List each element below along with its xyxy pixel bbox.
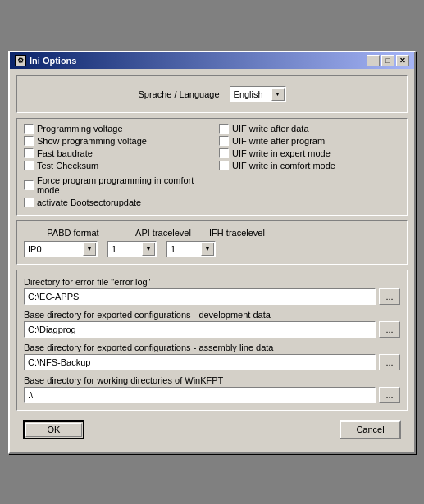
checkbox-show-programming-voltage-input[interactable] <box>24 136 34 146</box>
dir-dev-data-row: ... <box>24 321 400 338</box>
checkboxes-right-col: UIF write after data UIF write after pro… <box>212 119 407 215</box>
checkbox-uif-after-data: UIF write after data <box>219 124 400 134</box>
checkbox-programming-voltage-input[interactable] <box>24 124 34 134</box>
pabd-format-select[interactable]: IP0 IP1 IP2 <box>24 241 98 257</box>
cancel-button[interactable]: Cancel <box>340 420 401 439</box>
language-label: Sprache / Language <box>138 89 219 99</box>
main-window: ⚙ Ini Options — □ ✕ Sprache / Language E… <box>8 51 416 454</box>
window-title: Ini Options <box>30 56 76 66</box>
checkbox-fast-baudrate-input[interactable] <box>24 148 34 158</box>
close-button[interactable]: ✕ <box>396 55 409 66</box>
ifh-tracelevel-select-item: 1 2 3 ▼ <box>166 241 216 257</box>
browse-dev-data-button[interactable]: ... <box>379 321 400 338</box>
checkbox-uif-expert-mode-label: UIF write in expert mode <box>232 148 331 158</box>
dir-error-log-input[interactable] <box>24 288 376 305</box>
checkbox-uif-after-program: UIF write after program <box>219 136 400 146</box>
browse-winkfpt-button[interactable]: ... <box>379 387 400 403</box>
minimize-button[interactable]: — <box>367 55 380 66</box>
ok-button-label: OK <box>25 423 82 437</box>
checkbox-uif-after-data-label: UIF write after data <box>232 124 309 134</box>
checkbox-uif-after-data-input[interactable] <box>219 124 229 134</box>
checkbox-uif-after-program-label: UIF write after program <box>232 136 325 146</box>
language-select-wrapper: English Deutsch Français ▼ <box>230 86 286 102</box>
checkbox-fast-baudrate: Fast baudrate <box>24 148 205 158</box>
checkbox-uif-after-program-input[interactable] <box>219 136 229 146</box>
ok-button[interactable]: OK <box>23 420 84 439</box>
directories-section: Directory for error file "error.log" ...… <box>16 270 408 411</box>
dir-group-error-log: Directory for error file "error.log" ... <box>24 277 400 305</box>
ifh-tracelevel-label: IFH tracelevel <box>204 228 270 238</box>
dir-assembly-data-input[interactable] <box>24 354 376 370</box>
checkbox-uif-comfort-mode-label: UIF write in comfort mode <box>232 161 335 170</box>
language-select[interactable]: English Deutsch Français <box>230 86 286 102</box>
format-section: PABD format API tracelevel IFH traceleve… <box>16 220 408 265</box>
dir-group-assembly-data: Base directory for exported configuratio… <box>24 343 400 370</box>
checkbox-force-program-label: Force program programming in comfort mod… <box>37 175 205 195</box>
ifh-select-wrapper: 1 2 3 ▼ <box>166 241 216 257</box>
dir-dev-data-input[interactable] <box>24 321 376 338</box>
checkbox-uif-comfort-mode: UIF write in comfort mode <box>219 161 400 170</box>
maximize-button[interactable]: □ <box>381 55 394 66</box>
browse-error-log-button[interactable]: ... <box>379 288 400 305</box>
language-section: Sprache / Language English Deutsch Franç… <box>16 75 408 113</box>
dir-assembly-data-row: ... <box>24 354 400 370</box>
checkbox-bootsector: activate Bootsectorupdate <box>24 198 205 207</box>
dir-assembly-data-label: Base directory for exported configuratio… <box>24 343 400 352</box>
dir-winkfpt-row: ... <box>24 387 400 403</box>
checkbox-test-checksum: Test Checksum <box>24 161 205 170</box>
checkbox-bootsector-input[interactable] <box>24 198 34 207</box>
checkbox-programming-voltage: Programming voltage <box>24 124 205 134</box>
language-row: Sprache / Language English Deutsch Franç… <box>24 83 400 106</box>
dir-dev-data-label: Base directory for exported configuratio… <box>24 310 400 320</box>
api-tracelevel-select-item: 1 2 3 ▼ <box>107 241 157 257</box>
dir-group-winkfpt: Base directory for working directories o… <box>24 375 400 403</box>
checkboxes-section: Programming voltage Show programming vol… <box>16 118 408 216</box>
browse-assembly-data-button[interactable]: ... <box>379 354 400 370</box>
dir-error-log-label: Directory for error file "error.log" <box>24 277 400 287</box>
checkbox-bootsector-label: activate Bootsectorupdate <box>37 198 141 207</box>
api-tracelevel-label: API tracelevel <box>122 228 204 238</box>
title-bar-title: ⚙ Ini Options <box>15 55 76 66</box>
checkbox-test-checksum-label: Test Checksum <box>37 161 98 170</box>
checkbox-fast-baudrate-label: Fast baudrate <box>37 148 93 158</box>
dir-error-log-row: ... <box>24 288 400 305</box>
checkbox-uif-expert-mode-input[interactable] <box>219 148 229 158</box>
window-icon: ⚙ <box>15 55 26 66</box>
checkbox-force-program: Force program programming in comfort mod… <box>24 175 205 195</box>
pabd-select-wrapper: IP0 IP1 IP2 ▼ <box>24 241 98 257</box>
format-selects: IP0 IP1 IP2 ▼ 1 2 3 ▼ <box>24 241 400 257</box>
checkbox-uif-expert-mode: UIF write in expert mode <box>219 148 400 158</box>
format-labels: PABD format API tracelevel IFH traceleve… <box>24 228 400 238</box>
dir-winkfpt-input[interactable] <box>24 387 376 403</box>
checkbox-show-programming-voltage: Show programming voltage <box>24 136 205 146</box>
title-bar: ⚙ Ini Options — □ ✕ <box>10 52 414 69</box>
checkbox-show-programming-voltage-label: Show programming voltage <box>37 136 147 146</box>
api-tracelevel-select[interactable]: 1 2 3 <box>107 241 157 257</box>
dialog-footer: OK Cancel <box>16 415 408 446</box>
dir-group-dev-data: Base directory for exported configuratio… <box>24 310 400 338</box>
pabd-format-select-item: IP0 IP1 IP2 ▼ <box>24 241 98 257</box>
checkbox-test-checksum-input[interactable] <box>24 161 34 170</box>
checkboxes-left-col: Programming voltage Show programming vol… <box>17 119 212 215</box>
pabd-format-label: PABD format <box>24 228 122 238</box>
api-select-wrapper: 1 2 3 ▼ <box>107 241 157 257</box>
checkbox-programming-voltage-label: Programming voltage <box>37 124 123 134</box>
checkbox-force-program-input[interactable] <box>24 180 34 190</box>
dialog-content: Sprache / Language English Deutsch Franç… <box>10 69 414 452</box>
ifh-tracelevel-select[interactable]: 1 2 3 <box>166 241 216 257</box>
title-bar-controls: — □ ✕ <box>367 55 409 66</box>
checkbox-uif-comfort-mode-input[interactable] <box>219 161 229 170</box>
dir-winkfpt-label: Base directory for working directories o… <box>24 375 400 385</box>
